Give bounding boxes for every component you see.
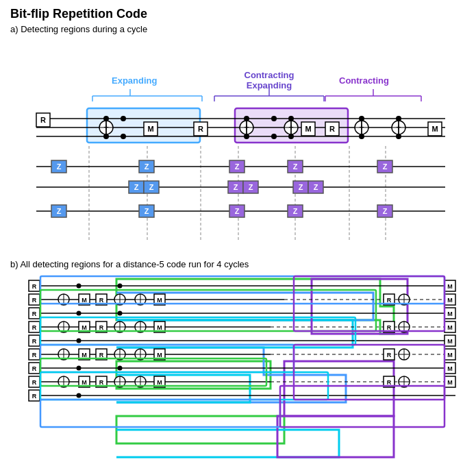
svg-text:M: M <box>431 125 438 133</box>
svg-point-220 <box>118 366 123 371</box>
svg-point-154 <box>77 311 82 316</box>
svg-point-78 <box>396 116 401 121</box>
svg-rect-260 <box>280 386 444 427</box>
svg-point-67 <box>244 134 249 139</box>
svg-text:R: R <box>32 310 37 317</box>
svg-point-187 <box>77 339 82 343</box>
svg-text:M: M <box>447 352 453 358</box>
svg-text:M: M <box>82 324 87 331</box>
svg-point-62 <box>103 116 109 121</box>
svg-text:R: R <box>387 379 392 386</box>
svg-text:R: R <box>32 365 37 372</box>
svg-text:Z: Z <box>293 207 298 215</box>
svg-text:R: R <box>32 379 37 386</box>
svg-point-74 <box>359 116 364 121</box>
subtitle-a: a) Detecting regions during a cycle <box>10 24 466 34</box>
svg-text:M: M <box>82 379 87 386</box>
diagram-container: Expanding ContractingExpanding Contracti… <box>10 40 466 472</box>
svg-point-27 <box>271 134 277 139</box>
svg-text:Z: Z <box>234 183 238 191</box>
svg-text:M: M <box>447 338 453 345</box>
svg-text:R: R <box>32 393 37 400</box>
svg-text:Z: Z <box>293 162 298 171</box>
page-title: Bit-flip Repetition Code <box>10 7 466 21</box>
svg-text:Z: Z <box>299 183 303 191</box>
svg-text:M: M <box>447 283 453 290</box>
part-b-svg: R M R M M R <box>10 273 466 472</box>
svg-rect-252 <box>40 290 376 331</box>
part-a: Expanding ContractingExpanding Contracti… <box>10 40 466 252</box>
svg-text:R: R <box>99 297 104 304</box>
svg-text:Z: Z <box>57 207 62 215</box>
svg-text:M: M <box>157 324 162 331</box>
svg-point-71 <box>288 134 294 139</box>
svg-text:Z: Z <box>134 183 139 191</box>
svg-text:Z: Z <box>383 162 388 171</box>
svg-text:R: R <box>99 324 104 331</box>
svg-text:Z: Z <box>57 162 62 171</box>
svg-text:M: M <box>147 125 153 133</box>
svg-text:Z: Z <box>235 162 240 171</box>
svg-text:Z: Z <box>145 162 149 171</box>
svg-text:R: R <box>32 283 37 290</box>
svg-point-63 <box>103 134 109 139</box>
svg-point-155 <box>118 311 123 316</box>
svg-point-121 <box>118 284 123 289</box>
circuit-svg: R + M R + + M <box>10 40 466 252</box>
svg-text:Z: Z <box>235 207 240 215</box>
svg-text:M: M <box>157 379 162 386</box>
svg-point-26 <box>271 116 277 121</box>
svg-text:R: R <box>32 297 37 304</box>
svg-text:M: M <box>82 297 87 304</box>
svg-point-66 <box>244 116 249 121</box>
svg-text:M: M <box>447 379 453 386</box>
svg-text:R: R <box>32 352 37 358</box>
svg-point-120 <box>77 284 82 289</box>
svg-text:R: R <box>99 352 104 358</box>
svg-text:M: M <box>447 324 453 331</box>
svg-text:R: R <box>329 125 335 133</box>
svg-point-24 <box>121 116 126 121</box>
svg-text:M: M <box>305 125 311 133</box>
part-b: R M R M M R <box>10 273 466 472</box>
svg-text:R: R <box>40 116 46 124</box>
svg-point-250 <box>77 393 82 398</box>
svg-point-79 <box>396 134 401 139</box>
subtitle-b: b) All detecting regions for a distance-… <box>10 259 466 269</box>
svg-text:M: M <box>157 352 162 358</box>
svg-text:M: M <box>447 310 453 317</box>
svg-point-25 <box>121 134 126 139</box>
svg-text:M: M <box>82 352 87 358</box>
svg-text:Z: Z <box>314 183 318 191</box>
svg-text:R: R <box>198 125 203 133</box>
svg-point-75 <box>359 134 364 139</box>
svg-point-70 <box>288 116 294 121</box>
svg-text:R: R <box>387 324 392 331</box>
svg-text:R: R <box>32 324 37 331</box>
svg-text:R: R <box>99 379 104 386</box>
svg-text:M: M <box>447 365 453 372</box>
svg-text:Z: Z <box>149 183 154 191</box>
svg-text:Z: Z <box>383 207 388 215</box>
svg-text:R: R <box>387 297 392 304</box>
svg-rect-259 <box>40 400 280 427</box>
svg-text:M: M <box>157 297 162 304</box>
svg-text:M: M <box>447 297 453 304</box>
svg-text:Z: Z <box>249 183 253 191</box>
svg-text:Z: Z <box>145 207 149 215</box>
svg-text:R: R <box>32 338 37 345</box>
svg-text:R: R <box>387 352 392 358</box>
svg-point-219 <box>77 366 82 371</box>
